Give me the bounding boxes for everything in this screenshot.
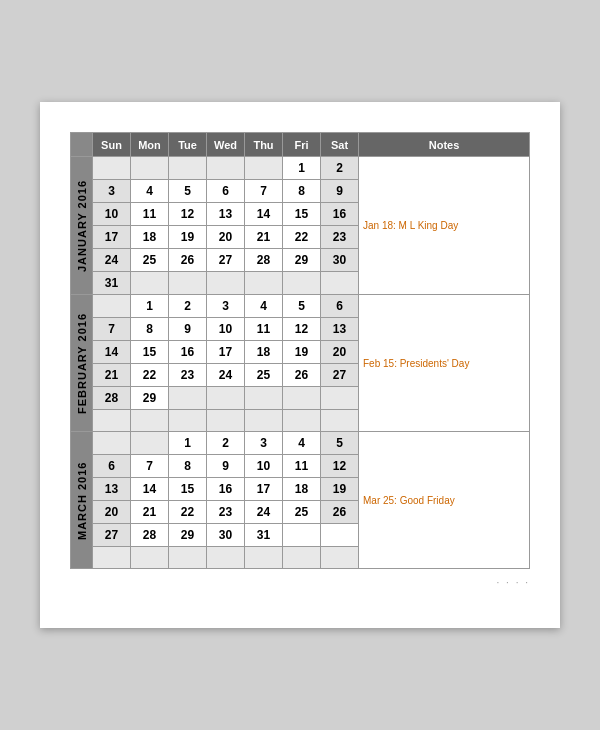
day-cell: 26 [321, 501, 359, 524]
day-cell: 4 [131, 180, 169, 203]
day-cell: 18 [283, 478, 321, 501]
day-cell [245, 387, 283, 410]
day-cell [207, 410, 245, 432]
day-cell: 31 [245, 524, 283, 547]
day-cell: 30 [207, 524, 245, 547]
day-cell: 28 [131, 524, 169, 547]
day-cell: 25 [283, 501, 321, 524]
day-cell: 6 [321, 295, 359, 318]
sat-header: Sat [321, 133, 359, 157]
day-cell: 9 [207, 455, 245, 478]
day-cell [321, 387, 359, 410]
day-cell: 23 [321, 226, 359, 249]
day-cell: 18 [245, 341, 283, 364]
day-cell: 19 [321, 478, 359, 501]
day-cell: 8 [283, 180, 321, 203]
day-cell: 5 [169, 180, 207, 203]
day-cell: 6 [207, 180, 245, 203]
day-cell [283, 410, 321, 432]
day-cell: 29 [169, 524, 207, 547]
day-cell: 27 [207, 249, 245, 272]
day-cell: 8 [131, 318, 169, 341]
day-cell: 29 [131, 387, 169, 410]
sun-header: Sun [93, 133, 131, 157]
day-cell: 18 [131, 226, 169, 249]
day-cell: 12 [283, 318, 321, 341]
day-cell: 9 [169, 318, 207, 341]
notes-cell-0: Jan 18: M L King Day [359, 157, 530, 295]
day-cell: 1 [131, 295, 169, 318]
day-cell: 26 [283, 364, 321, 387]
day-cell: 27 [321, 364, 359, 387]
day-cell: 3 [207, 295, 245, 318]
mon-header: Mon [131, 133, 169, 157]
day-cell [131, 547, 169, 569]
day-cell: 8 [169, 455, 207, 478]
calendar-page: Sun Mon Tue Wed Thu Fri Sat Notes JANUAR… [40, 102, 560, 628]
day-cell: 2 [207, 432, 245, 455]
day-cell: 14 [93, 341, 131, 364]
day-cell: 11 [245, 318, 283, 341]
day-cell: 16 [321, 203, 359, 226]
day-cell [169, 547, 207, 569]
day-cell: 24 [245, 501, 283, 524]
footer-dots: · · · · [70, 577, 530, 588]
day-cell: 21 [93, 364, 131, 387]
day-cell [245, 272, 283, 295]
day-cell [169, 272, 207, 295]
day-cell: 25 [131, 249, 169, 272]
day-cell [283, 272, 321, 295]
day-cell: 28 [245, 249, 283, 272]
day-cell: 13 [207, 203, 245, 226]
day-cell: 31 [93, 272, 131, 295]
day-cell: 15 [169, 478, 207, 501]
day-cell: 20 [321, 341, 359, 364]
day-cell: 1 [169, 432, 207, 455]
day-cell: 1 [283, 157, 321, 180]
day-cell: 17 [245, 478, 283, 501]
day-cell [131, 432, 169, 455]
day-cell: 10 [93, 203, 131, 226]
day-cell: 20 [93, 501, 131, 524]
day-cell: 5 [321, 432, 359, 455]
day-cell [169, 387, 207, 410]
month-label-0: JANUARY 2016 [71, 157, 93, 295]
day-cell: 11 [283, 455, 321, 478]
day-cell: 21 [131, 501, 169, 524]
day-cell: 13 [321, 318, 359, 341]
day-cell [245, 410, 283, 432]
day-cell: 16 [207, 478, 245, 501]
month-label-2: MARCH 2016 [71, 432, 93, 569]
day-cell: 24 [93, 249, 131, 272]
notes-cell-2: Mar 25: Good Friday [359, 432, 530, 569]
day-cell: 14 [245, 203, 283, 226]
day-cell: 15 [131, 341, 169, 364]
day-cell: 13 [93, 478, 131, 501]
day-cell: 15 [283, 203, 321, 226]
day-cell: 9 [321, 180, 359, 203]
day-cell: 6 [93, 455, 131, 478]
day-cell: 21 [245, 226, 283, 249]
day-cell: 19 [283, 341, 321, 364]
day-cell: 17 [93, 226, 131, 249]
day-cell [283, 524, 321, 547]
day-cell: 2 [169, 295, 207, 318]
day-cell: 12 [321, 455, 359, 478]
day-cell: 7 [131, 455, 169, 478]
notes-cell-1: Feb 15: Presidents' Day [359, 295, 530, 432]
day-cell [207, 387, 245, 410]
day-cell: 23 [207, 501, 245, 524]
day-cell [93, 547, 131, 569]
day-cell [131, 410, 169, 432]
tue-header: Tue [169, 133, 207, 157]
day-cell: 22 [169, 501, 207, 524]
day-cell [93, 157, 131, 180]
day-cell: 7 [245, 180, 283, 203]
month-col-header [71, 133, 93, 157]
day-cell: 2 [321, 157, 359, 180]
day-cell: 29 [283, 249, 321, 272]
day-cell [245, 547, 283, 569]
day-cell [283, 547, 321, 569]
day-cell: 12 [169, 203, 207, 226]
day-cell [321, 524, 359, 547]
